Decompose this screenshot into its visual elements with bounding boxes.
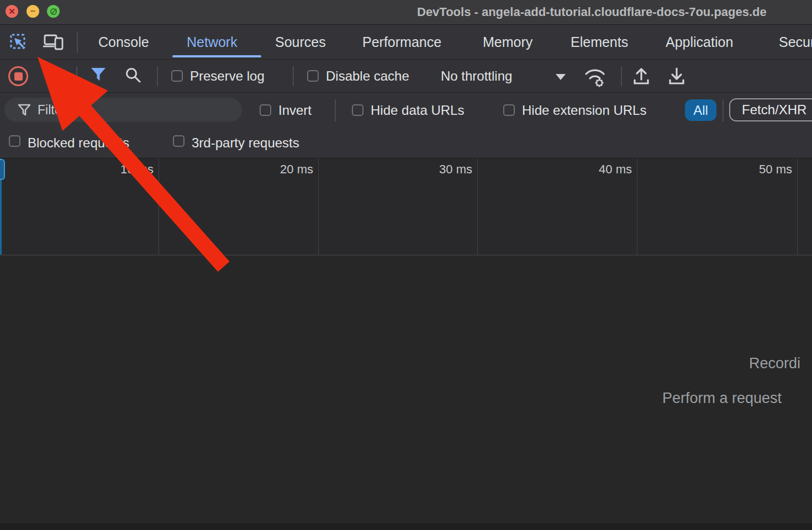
tab-application[interactable]: Application <box>666 25 733 59</box>
invert-label[interactable]: Invert <box>278 93 312 128</box>
timeline-gridline <box>159 158 159 255</box>
throttling-select[interactable]: No throttling <box>441 60 512 93</box>
clear-network-log-button[interactable] <box>45 67 61 83</box>
export-har-button[interactable] <box>666 66 687 89</box>
tab-performance[interactable]: Performance <box>362 25 441 59</box>
third-party-requests-checkbox[interactable] <box>173 135 184 147</box>
network-toolbar: Preserve log Disable cache No throttling <box>0 59 812 92</box>
zoom-window-button[interactable] <box>47 5 60 18</box>
network-overview-timeline[interactable]: 10 ms 20 ms 30 ms 40 ms 50 ms <box>0 158 812 256</box>
toolbar-separator <box>293 66 294 86</box>
timeline-tick-40ms: 40 ms <box>566 162 632 177</box>
filter-separator <box>335 99 336 121</box>
timeline-gridline <box>797 158 798 255</box>
inspect-cursor-icon <box>10 34 27 50</box>
timeline-tick-50ms: 50 ms <box>726 162 792 177</box>
tab-network[interactable]: Network <box>187 25 238 59</box>
record-network-log-button[interactable] <box>8 66 28 86</box>
active-tab-underline <box>172 55 261 57</box>
gear-icon <box>595 79 604 87</box>
network-request-panel: Recordi Perform a request <box>0 256 812 530</box>
chevron-down-icon[interactable] <box>556 74 566 80</box>
tab-sources[interactable]: Sources <box>275 25 326 59</box>
minimize-icon: – <box>30 6 35 15</box>
disable-cache-label[interactable]: Disable cache <box>326 60 409 93</box>
inspect-element-button[interactable] <box>10 34 27 50</box>
blocked-requests-label[interactable]: Blocked requests <box>28 128 129 158</box>
title-bar: ✕ – DevTools - angela-add-tutorial.cloud… <box>0 0 812 24</box>
timeline-gridline <box>318 158 319 255</box>
tab-memory[interactable]: Memory <box>483 25 532 59</box>
preserve-log-label[interactable]: Preserve log <box>190 60 265 93</box>
tab-console[interactable]: Console <box>98 25 149 59</box>
filter-input-container[interactable] <box>4 98 242 122</box>
disable-cache-checkbox[interactable] <box>307 70 319 82</box>
network-filter-bar-row2: Blocked requests 3rd-party requests <box>0 128 812 158</box>
filter-separator <box>723 99 724 121</box>
toolbar-separator <box>77 32 78 53</box>
funnel-icon <box>18 104 31 116</box>
toggle-device-toolbar-button[interactable] <box>43 34 64 51</box>
timeline-tick-10ms: 10 ms <box>87 162 154 177</box>
third-party-requests-label[interactable]: 3rd-party requests <box>192 128 299 158</box>
import-har-button[interactable] <box>631 66 652 89</box>
tab-elements[interactable]: Elements <box>571 25 628 59</box>
filter-input[interactable] <box>38 100 231 120</box>
hide-data-urls-label[interactable]: Hide data URLs <box>371 93 464 128</box>
empty-state-hint-text: Perform a request <box>662 390 782 407</box>
toolbar-separator <box>76 66 77 86</box>
search-button[interactable] <box>125 67 141 86</box>
funnel-icon <box>91 67 106 82</box>
hide-extension-urls-label[interactable]: Hide extension URLs <box>522 93 646 128</box>
filter-toggle-button[interactable] <box>91 67 106 84</box>
network-conditions-button[interactable] <box>582 66 609 90</box>
close-icon: ✕ <box>8 7 15 15</box>
search-icon <box>125 67 141 83</box>
timeline-range-handle[interactable] <box>0 159 5 180</box>
device-toolbar-icon <box>43 34 64 51</box>
window-bottom-edge <box>0 523 812 530</box>
toolbar-separator <box>157 66 158 86</box>
tab-security[interactable]: Security <box>779 25 812 59</box>
network-filter-bar: Invert Hide data URLs Hide extension URL… <box>0 92 812 128</box>
toolbar-separator <box>621 66 622 86</box>
download-icon <box>666 66 687 87</box>
empty-state-recording-text: Recordi <box>749 355 800 372</box>
timeline-gridline <box>477 158 478 255</box>
timeline-gridline <box>637 158 637 255</box>
blocked-requests-checkbox[interactable] <box>9 135 20 147</box>
zoom-icon <box>50 8 57 15</box>
window-title: DevTools - angela-add-tutorial.cloudflar… <box>417 0 767 24</box>
request-type-chip-fetch-xhr[interactable]: Fetch/XHR <box>729 98 812 121</box>
close-window-button[interactable]: ✕ <box>6 5 18 18</box>
timeline-tick-30ms: 30 ms <box>406 162 472 177</box>
devtools-window: { "window": { "title": "DevTools - angel… <box>0 0 812 530</box>
hide-data-urls-checkbox[interactable] <box>352 104 363 116</box>
preserve-log-checkbox[interactable] <box>171 70 183 82</box>
invert-checkbox[interactable] <box>260 104 271 116</box>
network-conditions-icon <box>582 66 609 88</box>
upload-icon <box>631 66 652 87</box>
timeline-tick-20ms: 20 ms <box>247 162 313 177</box>
hide-extension-urls-checkbox[interactable] <box>503 104 515 116</box>
minimize-window-button[interactable]: – <box>27 5 39 18</box>
request-type-chip-all[interactable]: All <box>685 99 716 121</box>
devtools-tab-bar: Console Network Sources Performance Memo… <box>0 24 812 59</box>
